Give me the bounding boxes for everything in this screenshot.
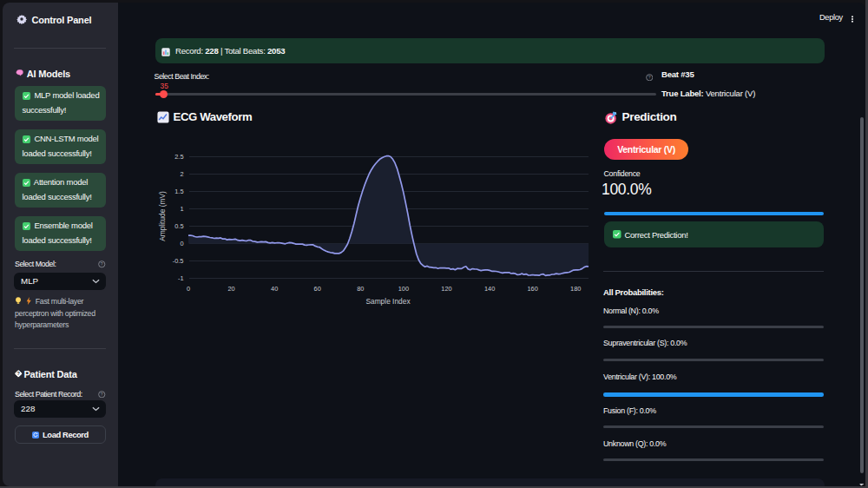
svg-text:?: ? xyxy=(101,392,103,397)
svg-text:1.5: 1.5 xyxy=(174,188,183,195)
svg-text:40: 40 xyxy=(271,285,278,293)
svg-text:140: 140 xyxy=(484,285,495,293)
svg-text:180: 180 xyxy=(570,285,581,293)
svg-text:0: 0 xyxy=(180,240,183,247)
svg-text:?: ? xyxy=(648,75,650,80)
svg-text:1: 1 xyxy=(180,205,183,213)
svg-text:160: 160 xyxy=(527,285,537,293)
svg-text:Sample Index: Sample Index xyxy=(365,297,411,306)
svg-text:0.5: 0.5 xyxy=(174,222,183,230)
svg-text:Amplitude (mV): Amplitude (mV) xyxy=(158,191,167,241)
svg-text:-1: -1 xyxy=(178,274,184,282)
svg-text:-0.5: -0.5 xyxy=(173,257,184,265)
svg-text:2.5: 2.5 xyxy=(174,153,183,161)
svg-text:60: 60 xyxy=(314,285,321,293)
svg-text:?: ? xyxy=(101,261,103,267)
svg-text:120: 120 xyxy=(441,285,451,293)
svg-text:20: 20 xyxy=(227,285,234,293)
svg-text:2: 2 xyxy=(180,170,183,178)
svg-text:100: 100 xyxy=(398,285,409,293)
svg-text:0: 0 xyxy=(187,285,190,293)
svg-text:80: 80 xyxy=(357,285,364,293)
